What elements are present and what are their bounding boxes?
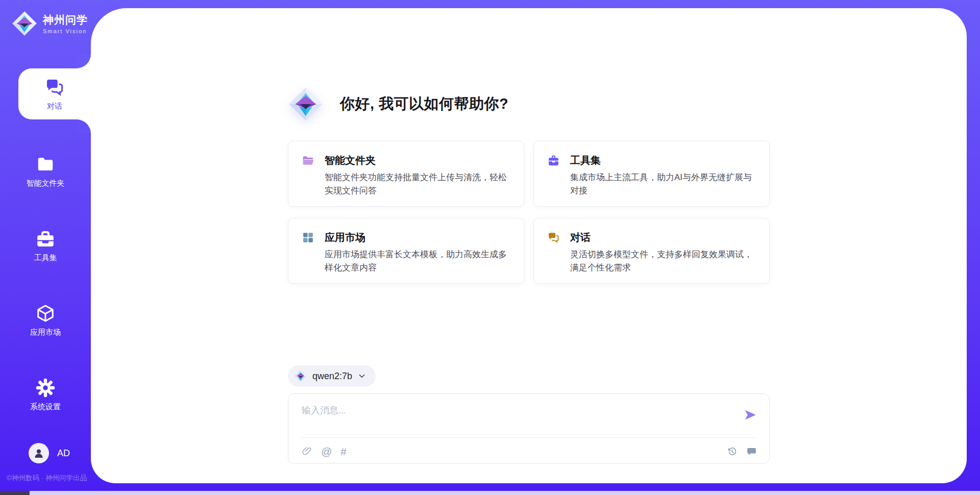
sidebar-item-label: 智能文件夹 — [27, 179, 65, 188]
scrollbar-thumb[interactable] — [0, 491, 30, 495]
sidebar-item-smart-folder[interactable]: 智能文件夹 — [0, 148, 91, 195]
main-panel: 你好, 我可以如何帮助你? 智能文件夹 智能文件夹功能支持批量文件上传与清洗，轻… — [91, 8, 967, 483]
model-name: qwen2:7b — [312, 371, 352, 382]
card-app-market[interactable]: 应用市场 应用市场提供丰富长文本模板，助力高效生成多样化文章内容 — [288, 218, 524, 284]
brand-subtitle: Smart Vision — [43, 28, 88, 34]
chat-icon — [44, 77, 65, 97]
attachment-icon[interactable] — [302, 446, 312, 457]
mention-icon[interactable]: @ — [321, 446, 332, 457]
person-icon — [33, 447, 45, 459]
card-title: 应用市场 — [325, 231, 365, 244]
sidebar-item-toolbox[interactable]: 工具集 — [0, 222, 91, 269]
copyright-text: ©神州数码 · 神州问学出品 — [7, 474, 87, 483]
toolbox-icon — [547, 154, 560, 167]
folder-icon — [302, 154, 314, 167]
tab-scoop-bottom — [77, 119, 91, 134]
card-description: 应用市场提供丰富长文本模板，助力高效生成多样化文章内容 — [325, 248, 509, 275]
send-icon[interactable] — [744, 408, 757, 422]
model-selector[interactable]: qwen2:7b — [288, 365, 376, 387]
gear-icon — [36, 378, 55, 398]
greeting-row: 你好, 我可以如何帮助你? — [288, 85, 770, 123]
horizontal-scrollbar[interactable] — [0, 491, 980, 495]
card-description: 灵活切换多模型文件，支持多样回复效果调试，满足个性化需求 — [570, 248, 755, 275]
user-profile[interactable]: AD — [29, 443, 70, 463]
sidebar-item-label: 应用市场 — [30, 328, 61, 337]
card-title: 智能文件夹 — [325, 154, 376, 167]
card-toolbox[interactable]: 工具集 集成市场上主流工具，助力AI与外界无缝扩展与对接 — [533, 141, 770, 207]
model-diamond-icon — [294, 369, 307, 383]
avatar — [29, 443, 49, 463]
card-title: 对话 — [570, 231, 591, 244]
sidebar-item-app-market[interactable]: 应用市场 — [0, 297, 91, 344]
brand-title: 神州问学 — [43, 13, 88, 27]
chevron-down-icon — [357, 372, 366, 381]
folder-icon — [36, 155, 55, 174]
chat-icon — [547, 231, 560, 244]
sidebar-item-label: 工具集 — [34, 253, 57, 263]
cube-icon — [36, 304, 55, 323]
hashtag-icon[interactable]: # — [340, 446, 347, 457]
brand-logo-block: 神州问学 Smart Vision — [11, 10, 88, 37]
chat-bubble-icon[interactable] — [746, 446, 757, 457]
card-description: 集成市场上主流工具，助力AI与外界无缝扩展与对接 — [570, 171, 755, 197]
sidebar-item-label: 对话 — [47, 102, 62, 111]
greeting-text: 你好, 我可以如何帮助你? — [340, 94, 508, 114]
feature-cards: 智能文件夹 智能文件夹功能支持批量文件上传与清洗，轻松实现文件问答 工具集 集成… — [288, 141, 770, 284]
message-input-box: @ # — [288, 393, 770, 464]
grid-icon — [302, 231, 314, 244]
card-smart-folder[interactable]: 智能文件夹 智能文件夹功能支持批量文件上传与清洗，轻松实现文件问答 — [288, 141, 524, 207]
card-title: 工具集 — [570, 154, 601, 167]
assistant-diamond-icon — [288, 86, 324, 122]
card-description: 智能文件夹功能支持批量文件上传与清洗，轻松实现文件问答 — [325, 171, 509, 197]
user-name: AD — [57, 448, 70, 459]
sidebar-item-settings[interactable]: 系统设置 — [0, 372, 91, 418]
message-input[interactable] — [302, 404, 720, 433]
brand-diamond-icon — [11, 10, 38, 37]
input-divider — [301, 437, 757, 438]
sidebar-item-label: 系统设置 — [30, 402, 61, 412]
tab-scoop-top — [77, 54, 91, 68]
sidebar-item-chat[interactable]: 对话 — [18, 68, 91, 119]
sidebar: 神州问学 Smart Vision 对话 智能文件夹 工具集 — [0, 0, 91, 495]
input-toolbar: @ # — [302, 442, 757, 460]
history-icon[interactable] — [727, 446, 738, 457]
toolbox-icon — [36, 229, 55, 249]
card-chat[interactable]: 对话 灵活切换多模型文件，支持多样回复效果调试，满足个性化需求 — [533, 218, 770, 284]
